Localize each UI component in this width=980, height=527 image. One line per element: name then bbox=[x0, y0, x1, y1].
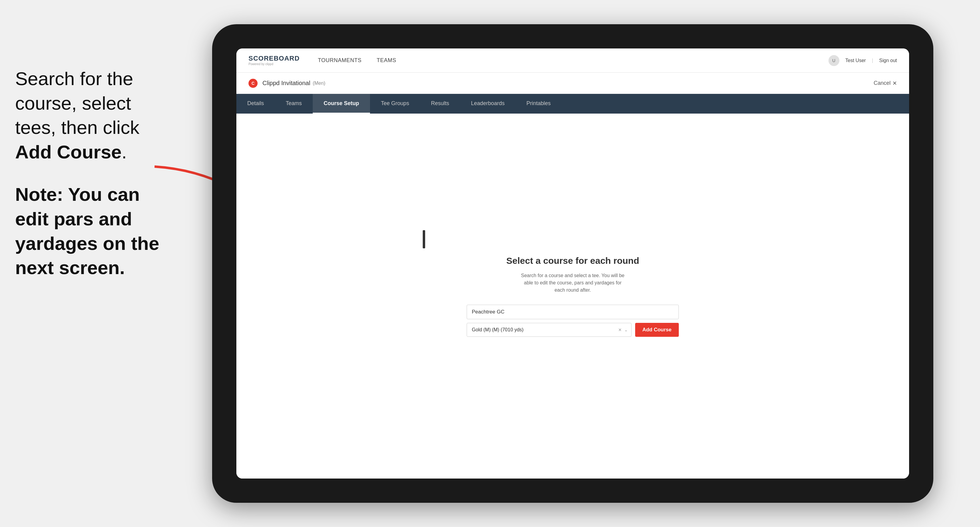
tee-select-wrapper[interactable]: Gold (M) (M) (7010 yds) ✕ ⌄ bbox=[467, 323, 632, 337]
annotation-area: Search for the course, select tees, then… bbox=[0, 54, 188, 292]
sign-out-link[interactable]: Sign out bbox=[879, 58, 897, 63]
nav-links: TOURNAMENTS TEAMS bbox=[318, 57, 829, 63]
top-navigation: SCOREBOARD Powered by clippd TOURNAMENTS… bbox=[236, 48, 909, 73]
tab-leaderboards[interactable]: Leaderboards bbox=[460, 94, 515, 114]
nav-right: U Test User | Sign out bbox=[829, 55, 897, 66]
tournament-icon: C bbox=[248, 79, 258, 88]
annotation-text-note: Note: You can edit pars and yardages on … bbox=[15, 183, 173, 280]
user-name: Test User bbox=[845, 58, 866, 63]
clear-icon[interactable]: ✕ bbox=[618, 327, 622, 332]
tab-tee-groups[interactable]: Tee Groups bbox=[370, 94, 420, 114]
tab-course-setup[interactable]: Course Setup bbox=[313, 94, 370, 114]
tournament-type: (Men) bbox=[313, 81, 325, 86]
card-title: Select a course for each round bbox=[506, 256, 639, 266]
nav-separator: | bbox=[872, 58, 873, 63]
tablet-frame: SCOREBOARD Powered by clippd TOURNAMENTS… bbox=[212, 24, 933, 503]
nav-link-teams[interactable]: TEAMS bbox=[377, 57, 396, 63]
course-search-input[interactable] bbox=[467, 305, 679, 319]
main-content: Select a course for each round Search fo… bbox=[236, 114, 909, 479]
logo-subtitle: Powered by clippd bbox=[248, 63, 300, 66]
tablet-side-button bbox=[423, 230, 425, 248]
cancel-button[interactable]: Cancel ✕ bbox=[873, 80, 897, 87]
tab-details[interactable]: Details bbox=[236, 94, 275, 114]
tab-teams[interactable]: Teams bbox=[275, 94, 313, 114]
tee-select-icons: ✕ ⌄ bbox=[618, 327, 628, 332]
tablet-screen: SCOREBOARD Powered by clippd TOURNAMENTS… bbox=[236, 48, 909, 479]
card-description: Search for a course and select a tee. Yo… bbox=[518, 272, 627, 294]
tab-bar: Details Teams Course Setup Tee Groups Re… bbox=[236, 94, 909, 114]
nav-link-tournaments[interactable]: TOURNAMENTS bbox=[318, 57, 361, 63]
course-setup-card: Select a course for each round Search fo… bbox=[467, 256, 679, 337]
tab-results[interactable]: Results bbox=[420, 94, 460, 114]
add-course-button[interactable]: Add Course bbox=[635, 323, 679, 337]
tournament-name: Clippd Invitational bbox=[262, 79, 310, 87]
user-avatar: U bbox=[829, 55, 839, 66]
tee-select-display: Gold (M) (M) (7010 yds) bbox=[467, 323, 632, 337]
logo: SCOREBOARD Powered by clippd bbox=[248, 55, 300, 66]
tournament-header: C Clippd Invitational (Men) Cancel ✕ bbox=[236, 73, 909, 94]
expand-icon[interactable]: ⌄ bbox=[624, 327, 628, 332]
annotation-bold-text: Add Course bbox=[15, 141, 121, 162]
tee-select-row: Gold (M) (M) (7010 yds) ✕ ⌄ Add Course bbox=[467, 323, 679, 337]
logo-title: SCOREBOARD bbox=[248, 55, 300, 62]
tab-printables[interactable]: Printables bbox=[515, 94, 562, 114]
annotation-text-main: Search for the course, select tees, then… bbox=[15, 67, 173, 164]
